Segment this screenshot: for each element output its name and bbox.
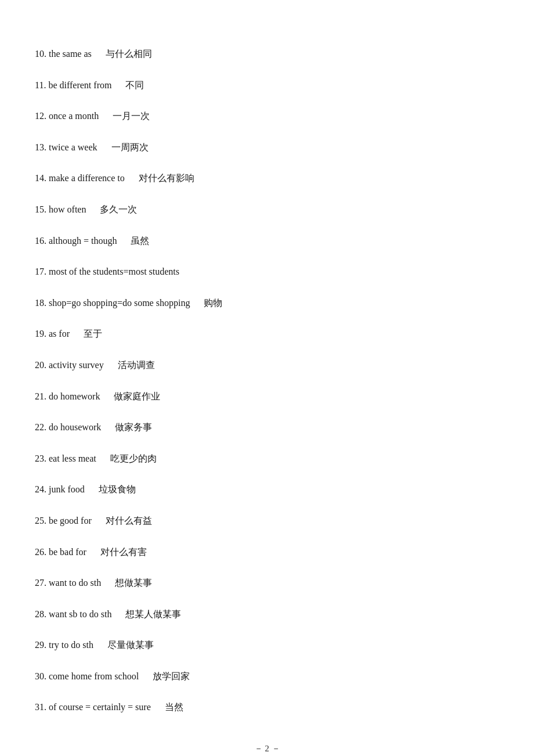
phrase-english-14: 14. make a difference to — [35, 173, 125, 183]
phrase-english-27: 27. want to do sth — [35, 578, 101, 588]
phrase-english-13: 13. twice a week — [35, 142, 98, 152]
phrase-item-10: 10. the same as与什么相同 — [35, 46, 499, 62]
phrase-item-29: 29. try to do sth尽量做某事 — [35, 638, 499, 653]
phrase-chinese-24: 垃圾食物 — [99, 484, 136, 494]
phrase-chinese-31: 当然 — [165, 702, 183, 712]
phrase-item-14: 14. make a difference to对什么有影响 — [35, 171, 499, 186]
page-footer: － 2 － — [0, 743, 534, 754]
phrase-item-26: 26. be bad for对什么有害 — [35, 545, 499, 560]
phrase-chinese-22: 做家务事 — [115, 422, 152, 432]
phrase-item-13: 13. twice a week一周两次 — [35, 140, 499, 155]
phrase-english-24: 24. junk food — [35, 484, 85, 494]
phrase-chinese-18: 购物 — [204, 298, 222, 308]
phrase-english-21: 21. do homework — [35, 391, 100, 401]
phrase-item-28: 28. want sb to do sth想某人做某事 — [35, 607, 499, 622]
phrase-item-16: 16. although = though虽然 — [35, 233, 499, 249]
phrase-chinese-16: 虽然 — [131, 236, 149, 246]
phrase-english-22: 22. do housework — [35, 422, 101, 432]
phrase-item-12: 12. once a month一月一次 — [35, 109, 499, 124]
phrase-english-17: 17. most of the students=most students — [35, 267, 179, 276]
phrase-english-11: 11. be different from — [35, 80, 111, 90]
phrase-item-18: 18. shop=go shopping=do some shopping购物 — [35, 296, 499, 311]
phrase-english-18: 18. shop=go shopping=do some shopping — [35, 298, 190, 308]
phrase-item-15: 15. how often多久一次 — [35, 202, 499, 217]
phrase-english-23: 23. eat less meat — [35, 453, 96, 463]
phrase-item-23: 23. eat less meat吃更少的肉 — [35, 451, 499, 466]
phrase-english-30: 30. come home from school — [35, 671, 139, 681]
phrase-english-25: 25. be good for — [35, 516, 92, 525]
phrase-english-15: 15. how often — [35, 204, 86, 214]
phrase-chinese-13: 一周两次 — [111, 142, 149, 152]
phrase-item-17: 17. most of the students=most students — [35, 264, 499, 279]
phrase-chinese-11: 不同 — [125, 80, 144, 90]
phrase-english-12: 12. once a month — [35, 111, 99, 121]
phrase-item-27: 27. want to do sth想做某事 — [35, 575, 499, 591]
phrase-item-21: 21. do homework做家庭作业 — [35, 389, 499, 404]
phrase-chinese-14: 对什么有影响 — [139, 173, 194, 183]
phrase-item-22: 22. do housework做家务事 — [35, 420, 499, 435]
phrase-chinese-25: 对什么有益 — [106, 516, 152, 525]
phrase-english-19: 19. as for — [35, 329, 70, 339]
phrase-chinese-23: 吃更少的肉 — [110, 453, 157, 463]
page-content: 10. the same as与什么相同11. be different fro… — [0, 0, 534, 756]
phrase-chinese-20: 活动调查 — [118, 360, 155, 370]
phrase-chinese-10: 与什么相同 — [106, 49, 152, 59]
phrase-chinese-30: 放学回家 — [153, 671, 190, 681]
phrase-english-28: 28. want sb to do sth — [35, 609, 111, 619]
page-number: － 2 － — [254, 744, 280, 753]
phrase-chinese-28: 想某人做某事 — [125, 609, 181, 619]
phrase-english-16: 16. although = though — [35, 236, 117, 246]
phrase-chinese-29: 尽量做某事 — [107, 640, 154, 650]
phrase-chinese-19: 至于 — [84, 329, 102, 339]
phrase-english-10: 10. the same as — [35, 49, 92, 59]
phrase-chinese-12: 一月一次 — [113, 111, 150, 121]
phrase-item-25: 25. be good for对什么有益 — [35, 513, 499, 528]
phrase-chinese-26: 对什么有害 — [100, 547, 147, 557]
phrase-chinese-15: 多久一次 — [100, 204, 137, 214]
phrase-item-31: 31. of course = certainly = sure当然 — [35, 700, 499, 715]
phrase-english-26: 26. be bad for — [35, 547, 86, 557]
phrase-english-31: 31. of course = certainly = sure — [35, 702, 151, 712]
phrase-item-11: 11. be different from不同 — [35, 78, 499, 93]
phrase-item-30: 30. come home from school放学回家 — [35, 669, 499, 684]
phrases-list: 10. the same as与什么相同11. be different fro… — [35, 46, 499, 715]
phrase-english-20: 20. activity survey — [35, 360, 104, 370]
phrase-item-19: 19. as for至于 — [35, 326, 499, 341]
phrase-chinese-27: 想做某事 — [115, 578, 152, 588]
phrase-english-29: 29. try to do sth — [35, 640, 93, 650]
phrase-chinese-21: 做家庭作业 — [114, 391, 160, 401]
phrase-item-20: 20. activity survey活动调查 — [35, 358, 499, 373]
phrase-item-24: 24. junk food垃圾食物 — [35, 482, 499, 497]
